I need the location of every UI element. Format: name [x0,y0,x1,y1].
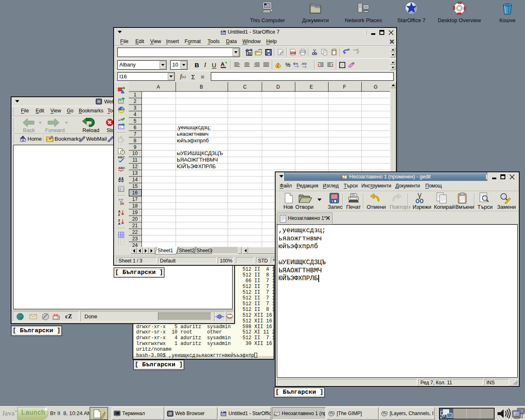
svg-text:24: 24 [132,242,138,247]
svg-text:2: 2 [134,98,137,104]
svg-text:23: 23 [132,236,138,242]
svg-text:9: 9 [134,144,137,150]
svg-text:1: 1 [134,92,137,98]
svg-text:3: 3 [134,105,137,111]
svg-text:14: 14 [132,177,138,183]
svg-text:19: 19 [132,210,138,215]
svg-text:A: A [118,222,121,225]
svg-text:,уеишщксдзц;: ,уеишщксдзц; [177,124,211,130]
svg-text:21: 21 [132,223,138,228]
svg-text:5: 5 [134,118,137,124]
svg-text:PDF: PDF [291,52,295,54]
svg-text:20: 20 [132,216,138,222]
svg-text:B: B [200,84,203,90]
svg-text:ЬЯАОЖГТНВМЧ: ЬЯАОЖГТНВМЧ [177,157,218,163]
svg-text:11: 11 [132,157,138,163]
svg-text:ABC: ABC [118,155,125,159]
svg-text:6: 6 [134,125,137,130]
svg-text:A: A [157,84,160,90]
svg-text:ЮЙЪЭФХПРЛБ: ЮЙЪЭФХПРЛБ [177,163,216,169]
svg-text:4: 4 [134,112,137,117]
svg-text:ABC: ABC [118,166,125,170]
svg-text:12: 12 [132,164,138,169]
svg-text:22: 22 [132,229,138,235]
svg-text:E: E [310,84,313,90]
svg-text:17: 17 [132,196,138,202]
svg-text:,000: ,000 [301,62,307,65]
svg-text:16: 16 [132,190,138,196]
svg-text:A: A [221,61,225,67]
svg-text:$: $ [277,64,279,68]
svg-text:15: 15 [132,183,138,189]
svg-text:ыУЕИШЩКСДЗЦЪ: ыУЕИШЩКСДЗЦЪ [177,150,223,156]
svg-text:юйъэфхпрлб: юйъэфхпрлб [177,137,209,144]
svg-text:18: 18 [132,203,138,209]
svg-text:G: G [374,84,377,90]
svg-text:D: D [276,84,280,90]
svg-text:Z: Z [118,213,120,216]
svg-text:10: 10 [132,151,138,156]
svg-text:C: C [243,84,247,90]
svg-text:F: F [343,84,346,90]
svg-text:8: 8 [134,138,137,144]
svg-text:$%: $% [293,62,298,66]
svg-text:7: 7 [134,131,137,137]
svg-text:13: 13 [132,170,138,176]
svg-text:ьяаожгтнвмч: ьяаожгтнвмч [177,131,208,137]
